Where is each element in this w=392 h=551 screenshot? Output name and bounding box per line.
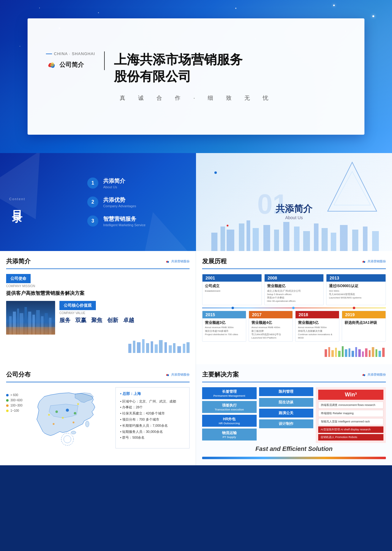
timeline-top: 2001 公司成立 Establishment 2008 营业额超亿 成立上海/… [202, 274, 386, 305]
toc-number-1: 1 [87, 178, 98, 189]
legend-dot-1 [6, 410, 9, 412]
toc-right-panel: 01 共添简介 About Us [196, 153, 392, 251]
svg-rect-30 [45, 313, 48, 335]
toc-right-content: 01 共添简介 About Us [276, 184, 312, 220]
svg-rect-50 [331, 350, 334, 357]
svg-rect-36 [137, 342, 141, 353]
mission-text: 提供客户高效智慧营销服务解决方案 [6, 290, 190, 297]
solutions-left-col: 长签管理 Permanent Management 强签执行 Transacti… [202, 387, 257, 443]
timeline-year-2015: 2015 [202, 311, 246, 318]
svg-rect-11 [294, 227, 300, 251]
svg-rect-22 [13, 312, 16, 335]
dot-accent-2 [227, 225, 228, 227]
distribution-half: 公司分布 共添营销股份 > 600 300~600 [0, 364, 196, 465]
svg-rect-58 [358, 349, 361, 357]
company-intro-badge: 公司简介 [46, 59, 84, 70]
svg-rect-56 [352, 351, 354, 357]
svg-rect-28 [36, 310, 40, 335]
solutions-logo-icon [361, 372, 366, 377]
svg-rect-45 [177, 346, 181, 353]
svg-rect-41 [159, 340, 163, 353]
china-map [26, 387, 112, 448]
svg-rect-7 [253, 228, 259, 251]
svg-rect-19 [372, 231, 379, 251]
hero-section: CHINA · SHANGHAI 公司简介 上海共添市场营销服务 股份有限公司 … [0, 0, 392, 153]
solutions-logo-text: 共添营销股份 [368, 373, 386, 377]
legend-label-100: 100~300 [10, 404, 22, 407]
mission-label: 公司使命 [6, 274, 31, 283]
value-1: 服务 [59, 317, 70, 324]
svg-rect-62 [372, 347, 374, 357]
legend-label-600: > 600 [10, 393, 18, 397]
svg-rect-2 [211, 233, 217, 251]
toc-left-panel: Content 目录 1 共添简介 About Us 2 共添优势 Compan… [0, 153, 196, 251]
intro-title: 共添简介 [6, 257, 31, 265]
hero-title-line2: 股份有限公司 [114, 68, 243, 85]
svg-rect-33 [6, 328, 55, 335]
company-photo [6, 301, 55, 335]
svg-rect-27 [32, 315, 35, 335]
svg-rect-14 [322, 228, 328, 251]
intro-half: 共添简介 共添营销股份 公司使命 COMPANY MISSION 提供客户高效智… [0, 251, 196, 364]
svg-rect-18 [363, 227, 368, 251]
sol-item-sheji: 设计制作 [259, 419, 314, 428]
win-label: Win³ [318, 390, 383, 400]
svg-rect-43 [169, 345, 172, 353]
timeline-year-2017: 2017 [249, 311, 292, 318]
timeline-2008: 2008 营业额超亿 成立上海/北京/广州/武汉分公司 Setup 5 Bran… [264, 274, 324, 305]
value-5: 卓越 [123, 317, 134, 324]
toc-number-2: 2 [87, 197, 98, 208]
mission-en: COMPANY MISSION [6, 284, 190, 288]
hero-top: CHINA · SHANGHAI 公司简介 上海共添市场营销服务 股份有限公司 [28, 51, 364, 85]
svg-point-71 [62, 417, 64, 419]
timeline-content-2019: 获选街亮点3A1评级 [342, 318, 386, 328]
toc-item-1: 1 共添简介 About Us [87, 177, 145, 189]
legend-300: 300~600 [6, 399, 22, 402]
timeline-year-2013: 2013 [326, 274, 386, 282]
map-info-3: • 办事处：28个 [120, 404, 185, 410]
sol-right-3: 智能无人货架 Intelligent unmanned rack [318, 418, 383, 425]
history-half: 发展历程 共添营销股份 2001 公司成立 Establishment 2008 [196, 251, 392, 364]
timeline-connector [202, 308, 386, 308]
svg-rect-57 [355, 347, 357, 357]
svg-rect-48 [325, 349, 327, 357]
solutions-mid-col: 陈列管理 陌生访谈 路演公关 设计制作 [259, 387, 314, 443]
svg-rect-63 [375, 349, 377, 357]
svg-point-66 [66, 409, 69, 412]
svg-rect-13 [314, 223, 318, 251]
dist-logo: 共添营销股份 [165, 372, 190, 377]
map-info-4: • 社保关系建立：420多个城市 [120, 410, 185, 417]
svg-point-77 [64, 436, 71, 443]
sol-item-hr: HR外包 HR Outsourcing [202, 415, 257, 427]
value-2: 双赢 [75, 317, 86, 324]
svg-rect-54 [345, 349, 347, 357]
svg-rect-35 [133, 341, 135, 353]
solutions-logo: 共添营销股份 [361, 372, 386, 377]
timeline-2001: 2001 公司成立 Establishment [202, 274, 262, 305]
timeline-content-2001: 公司成立 Establishment [202, 282, 262, 294]
gradient-bar [202, 457, 386, 459]
timeline-content-2008: 营业额超亿 成立上海/北京/广州/武汉分公司 Setup 5 Branch of… [265, 282, 324, 305]
timeline-year-2008: 2008 [265, 274, 324, 282]
timeline-content-2013: 通过ISO9001认证 ISO 9001 导入WISE/MIS管理系统 Laun… [326, 282, 386, 301]
svg-rect-31 [49, 318, 51, 335]
svg-rect-44 [173, 343, 175, 353]
hero-title-line1: 上海共添市场营销服务 [114, 51, 243, 68]
svg-rect-12 [303, 231, 310, 251]
intro-header: 共添简介 共添营销股份 [6, 257, 190, 269]
map-info-2: • 区域中心：北京、广州、武汉、成都 [120, 399, 185, 405]
history-logo: 共添营销股份 [361, 259, 386, 264]
svg-rect-52 [338, 351, 341, 357]
sol-right-2: 终端描绘 Retailer mapping [318, 410, 383, 417]
svg-rect-64 [379, 351, 381, 357]
legend-1: 1~100 [6, 409, 22, 412]
hero-card: CHINA · SHANGHAI 公司简介 上海共添市场营销服务 股份有限公司 … [28, 18, 364, 135]
svg-rect-60 [365, 348, 368, 357]
timeline-year-2019: 2019 [342, 311, 386, 318]
toc-triangle-icon [325, 159, 380, 214]
svg-rect-3 [221, 227, 225, 251]
toc-item-2: 2 共添优势 Company Advantages [87, 196, 145, 208]
toc-item-text-1: 共添简介 About Us [103, 177, 125, 189]
legend-dot-600 [6, 394, 9, 396]
solutions-content: 长签管理 Permanent Management 强签执行 Transacti… [202, 387, 386, 443]
